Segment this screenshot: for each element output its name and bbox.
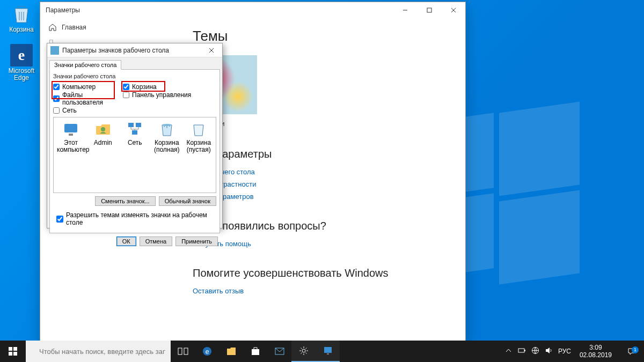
- pc-icon: [62, 121, 79, 138]
- recycle-full-icon: [158, 121, 175, 138]
- checkbox-label: Разрешить темам изменять значки на рабоч…: [66, 211, 216, 226]
- desktop-icon-recycle-bin[interactable]: Корзина: [5, 3, 38, 33]
- dialog-icon: [50, 46, 59, 55]
- icon-label: Этот компьютер: [57, 139, 90, 153]
- maximize-button[interactable]: [417, 2, 441, 18]
- svg-text:e: e: [205, 348, 209, 356]
- home-icon: [49, 24, 56, 31]
- checkbox-network[interactable]: Сеть: [53, 107, 123, 114]
- icon-label: Корзина (полная): [154, 139, 180, 153]
- dialog-tab-icons[interactable]: Значки рабочего стола: [49, 60, 121, 70]
- action-center-button[interactable]: 1: [620, 348, 642, 356]
- icon-label: Сеть: [128, 139, 142, 146]
- link-sync-settings[interactable]: ваших параметров: [193, 193, 450, 201]
- svg-rect-25: [518, 349, 524, 352]
- minimize-button[interactable]: [393, 2, 417, 18]
- link-get-help[interactable]: Получить помощь: [193, 240, 450, 248]
- icon-recycle-full[interactable]: Корзина (полная): [153, 121, 181, 153]
- settings-titlebar: Параметры: [40, 2, 465, 18]
- edge-icon: e: [10, 44, 33, 67]
- tray-time: 3:09: [580, 344, 612, 351]
- tray-volume-icon[interactable]: [545, 346, 553, 356]
- checkbox-label: Файлы пользователя: [62, 91, 123, 106]
- taskbar-settings[interactable]: [291, 341, 316, 362]
- checkbox-label: Корзина: [132, 83, 157, 91]
- icon-preview-box: Этот компьютер Admin Сеть Корзина (полна…: [53, 117, 216, 193]
- close-button[interactable]: [441, 2, 465, 18]
- svg-rect-10: [136, 123, 141, 127]
- system-tray: РУС 3:09 02.08.2019 1: [502, 341, 644, 362]
- dialog-close-button[interactable]: [201, 43, 222, 57]
- related-header: щие параметры: [193, 148, 450, 160]
- page-title: Темы: [193, 28, 450, 45]
- tray-language[interactable]: РУС: [558, 348, 571, 355]
- cancel-button[interactable]: Отмена: [140, 237, 172, 246]
- taskbar-items: e: [171, 341, 340, 362]
- svg-rect-1: [427, 8, 431, 12]
- tray-chevron-icon[interactable]: [504, 346, 513, 356]
- search-box[interactable]: 🔍: [26, 341, 171, 362]
- svg-point-12: [162, 124, 172, 126]
- checkbox-label: Панель управления: [132, 91, 191, 99]
- network-icon: [126, 121, 143, 138]
- checkbox-user-files[interactable]: Файлы пользователя: [53, 91, 123, 106]
- svg-rect-9: [128, 123, 134, 127]
- icon-label: Корзина (пустая): [186, 139, 211, 153]
- link-feedback[interactable]: Оставить отзыв: [193, 287, 450, 295]
- dialog-title: Параметры значков рабочего стола: [62, 47, 201, 54]
- tray-network-icon[interactable]: [531, 346, 539, 356]
- svg-point-22: [302, 349, 305, 352]
- checkbox-control-panel[interactable]: Панель управления: [123, 91, 209, 99]
- apply-button[interactable]: Применить: [175, 237, 218, 246]
- recycle-empty-icon: [190, 121, 207, 138]
- icon-network[interactable]: Сеть: [121, 121, 149, 146]
- icon-this-pc[interactable]: Этот компьютер: [57, 121, 85, 153]
- taskbar-explorer[interactable]: [219, 341, 243, 362]
- checkbox-label: Сеть: [62, 107, 77, 114]
- link-high-contrast[interactable]: окой контрастности: [193, 180, 450, 188]
- taskbar-mail[interactable]: [267, 341, 291, 362]
- start-button[interactable]: [0, 341, 26, 362]
- svg-rect-26: [524, 350, 525, 351]
- svg-rect-23: [324, 347, 332, 353]
- taskbar: 🔍 e РУС 3:09 02.08.2019 1: [0, 341, 644, 362]
- search-input[interactable]: [39, 348, 165, 356]
- checkbox-computer[interactable]: Компьютер: [53, 83, 123, 91]
- svg-rect-16: [13, 352, 17, 356]
- svg-rect-18: [184, 348, 188, 354]
- checkbox-allow-themes[interactable]: Разрешить темам изменять значки на рабоч…: [56, 211, 216, 226]
- task-view-button[interactable]: [171, 341, 195, 362]
- taskbar-display-props[interactable]: [316, 341, 340, 362]
- svg-rect-17: [178, 348, 182, 354]
- svg-rect-14: [13, 347, 17, 351]
- checkbox-recycle-bin[interactable]: Корзина: [123, 83, 209, 91]
- link-desktop-icons[interactable]: ков рабочего стола: [193, 168, 450, 176]
- taskbar-edge[interactable]: e: [195, 341, 219, 362]
- notification-badge: 1: [632, 346, 639, 353]
- desktop-icon-label: Корзина: [5, 26, 38, 33]
- dialog-titlebar: Параметры значков рабочего стола: [47, 43, 222, 57]
- recycle-bin-icon: [10, 3, 33, 25]
- desktop-icon-label: Microsoft Edge: [5, 68, 38, 82]
- desktop-icons-dialog: Параметры значков рабочего стола Значки …: [47, 43, 223, 228]
- settings-home-label: Главная: [62, 24, 86, 31]
- svg-rect-24: [327, 353, 329, 354]
- settings-title: Параметры: [46, 6, 393, 14]
- ok-button[interactable]: ОК: [116, 237, 136, 246]
- tray-date: 02.08.2019: [580, 351, 612, 359]
- default-icon-button[interactable]: Обычный значок: [159, 196, 216, 206]
- tray-battery-icon[interactable]: [518, 346, 526, 356]
- desktop-icon-edge[interactable]: e Microsoft Edge: [5, 44, 38, 82]
- svg-rect-15: [9, 352, 12, 356]
- icon-admin[interactable]: Admin: [89, 121, 117, 146]
- taskbar-store[interactable]: [243, 341, 267, 362]
- svg-rect-13: [9, 347, 12, 351]
- feedback-header: Помогите усовершенствовать Windows: [193, 267, 450, 279]
- svg-rect-7: [69, 134, 73, 136]
- svg-rect-6: [64, 124, 77, 132]
- settings-home[interactable]: Главная: [40, 20, 178, 34]
- icon-recycle-empty[interactable]: Корзина (пустая): [185, 121, 213, 153]
- help-header: У вас появились вопросы?: [193, 220, 450, 232]
- tray-clock[interactable]: 3:09 02.08.2019: [576, 344, 615, 359]
- change-icon-button[interactable]: Сменить значок...: [95, 196, 156, 206]
